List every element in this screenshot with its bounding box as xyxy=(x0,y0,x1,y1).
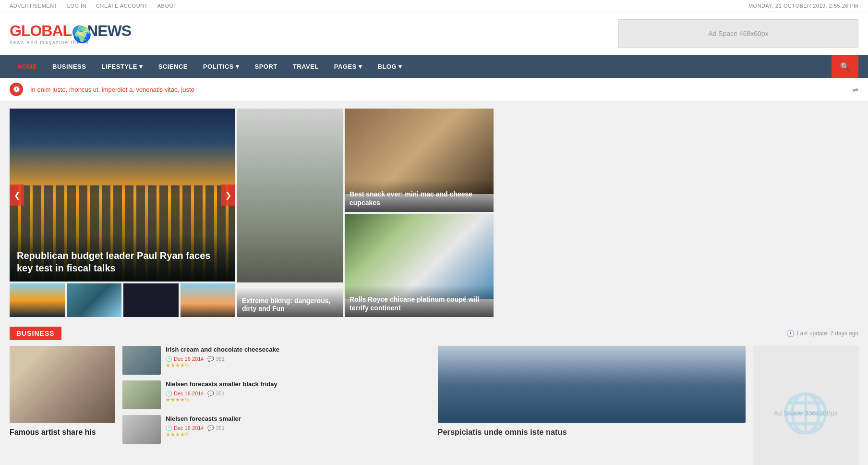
shuffle-icon[interactable]: ⇌ xyxy=(852,85,858,94)
top-bar: ADVERTISEMENT LOG IN CREATE ACCOUNT ABOU… xyxy=(0,0,868,12)
business-item-title-2: Nielsen forecasts smaller black friday xyxy=(166,380,277,389)
ticker-clock-icon: 🕐 xyxy=(10,83,23,96)
main-nav: HOME BUSINESS LIFESTYLE ▾ SCIENCE POLITI… xyxy=(0,55,868,78)
comment-icon-3: 💬 xyxy=(207,425,214,431)
crane-image xyxy=(438,346,746,423)
update-text: Last update: 2 days ago xyxy=(797,330,858,337)
business-main-article[interactable]: Famous artist share his xyxy=(10,346,115,465)
hero-middle[interactable]: Extreme biking: dangerous, dirty and Fun xyxy=(237,109,343,317)
nav-science[interactable]: SCIENCE xyxy=(151,56,195,77)
nav-sport[interactable]: SPORT xyxy=(247,56,285,77)
globe-icon: 🌍 xyxy=(72,25,86,39)
thumb-4[interactable] xyxy=(181,283,236,317)
business-center-image xyxy=(438,346,746,423)
hero-far-right: Best snack ever: mini mac and cheese cup… xyxy=(345,109,494,317)
business-item-stars-1: ★★★★½ xyxy=(166,362,279,368)
business-item-3[interactable]: Nielsen forecasts smaller 🕐 Dec 16 2014 … xyxy=(122,415,431,444)
nav-lifestyle[interactable]: LIFESTYLE ▾ xyxy=(94,56,150,77)
hero-caption: Republican budget leader Paul Ryan faces… xyxy=(10,235,235,281)
business-item-title-1: Irish cream and chocolate cheesecake xyxy=(166,346,279,354)
business-section-header: BUSINESS 🕐 Last update: 2 days ago xyxy=(10,327,858,340)
business-item-1[interactable]: Irish cream and chocolate cheesecake 🕐 D… xyxy=(122,346,431,375)
nav-business[interactable]: BUSINESS xyxy=(45,56,94,77)
snack-article[interactable]: Best snack ever: mini mac and cheese cup… xyxy=(345,109,494,212)
business-center-article[interactable]: Perspiciatis unde omnis iste natus xyxy=(438,346,746,465)
thumb-3[interactable] xyxy=(123,283,179,317)
cyclist-caption: Extreme biking: dangerous, dirty and Fun xyxy=(237,287,343,317)
side-ad-space: 🌐 Ad Space 336x280px xyxy=(753,346,858,465)
business-main-title: Famous artist share his xyxy=(10,428,115,438)
news-ticker: 🕐 In enim justo, rhoncus ut, imperdiet a… xyxy=(0,78,868,101)
business-item-title-3: Nielsen forecasts smaller xyxy=(166,415,241,423)
search-button[interactable]: 🔍 xyxy=(832,55,858,78)
business-center-title: Perspiciatis unde omnis iste natus xyxy=(438,428,746,437)
business-item-date-3: 🕐 Dec 16 2014 xyxy=(166,425,204,431)
hero-section: ❮ ❯ Republican budget leader Paul Ryan f… xyxy=(10,109,858,317)
business-item-thumb-1 xyxy=(122,346,161,375)
business-item-meta-3: 🕐 Dec 16 2014 💬 351 xyxy=(166,425,241,431)
business-item-info-1: Irish cream and chocolate cheesecake 🕐 D… xyxy=(166,346,279,368)
comment-icon-1: 💬 xyxy=(207,356,214,362)
cyclist-image xyxy=(237,109,343,282)
about-link[interactable]: ABOUT xyxy=(157,3,177,9)
business-item-thumb-2 xyxy=(122,380,161,409)
cyclist-title: Extreme biking: dangerous, dirty and Fun xyxy=(242,297,338,312)
logo-global: GLOBAL xyxy=(10,22,72,39)
ticker-text: In enim justo, rhoncus ut, imperdiet a, … xyxy=(30,86,845,93)
search-icon: 🔍 xyxy=(840,62,850,71)
nav-politics[interactable]: POLITICS ▾ xyxy=(195,56,247,77)
create-account-link[interactable]: CREATE ACCOUNT xyxy=(96,3,148,9)
hero-main[interactable]: ❮ ❯ Republican budget leader Paul Ryan f… xyxy=(10,109,235,317)
header: GLOBAL🌍NEWS news and magazine theme Ad S… xyxy=(0,12,868,55)
person-image xyxy=(10,346,115,423)
ad-globe-icon: 🌐 xyxy=(782,391,830,436)
date-icon-1: 🕐 xyxy=(166,356,172,362)
business-item-stars-2: ★★★★½ xyxy=(166,397,277,403)
logo-subtitle: news and magazine theme xyxy=(10,40,131,45)
top-bar-links: ADVERTISEMENT LOG IN CREATE ACCOUNT ABOU… xyxy=(10,3,177,9)
comment-icon-2: 💬 xyxy=(207,391,214,397)
hero-title: Republican budget leader Paul Ryan faces… xyxy=(17,249,228,274)
business-item-info-2: Nielsen forecasts smaller black friday 🕐… xyxy=(166,380,277,403)
section-update: 🕐 Last update: 2 days ago xyxy=(786,330,858,337)
snack-title: Best snack ever: mini mac and cheese cup… xyxy=(350,190,489,207)
date-icon-2: 🕐 xyxy=(166,391,172,397)
hero-prev-button[interactable]: ❮ xyxy=(10,184,24,206)
thumb-2[interactable] xyxy=(67,283,122,317)
business-list: Irish cream and chocolate cheesecake 🕐 D… xyxy=(122,346,431,465)
business-item-comments-3: 💬 351 xyxy=(207,425,224,431)
business-item-stars-3: ★★★★½ xyxy=(166,431,241,438)
datetime: MONDAY, 21 OCTOBER 2019, 2:55:26 PM xyxy=(748,3,858,9)
business-item-2[interactable]: Nielsen forecasts smaller black friday 🕐… xyxy=(122,380,431,409)
nav-pages[interactable]: PAGES ▾ xyxy=(326,56,370,77)
car-caption: Rolls Royce chicane platinum coupé will … xyxy=(345,285,494,317)
header-ad-banner: Ad Space 468x60px xyxy=(618,19,858,48)
business-section-title: BUSINESS xyxy=(10,327,61,340)
business-item-thumb-3 xyxy=(122,415,161,444)
business-item-date-1: 🕐 Dec 16 2014 xyxy=(166,356,204,362)
car-article[interactable]: Rolls Royce chicane platinum coupé will … xyxy=(345,214,494,317)
business-item-meta-2: 🕐 Dec 16 2014 💬 351 xyxy=(166,391,277,397)
hero-thumbnails xyxy=(10,283,235,317)
business-item-comments-1: 💬 351 xyxy=(207,356,224,362)
date-icon-3: 🕐 xyxy=(166,425,172,431)
business-item-meta-1: 🕐 Dec 16 2014 💬 351 xyxy=(166,356,279,362)
update-clock-icon: 🕐 xyxy=(786,330,795,337)
business-item-info-3: Nielsen forecasts smaller 🕐 Dec 16 2014 … xyxy=(166,415,241,438)
business-grid: Famous artist share his Irish cream and … xyxy=(10,346,858,465)
advertisement-link[interactable]: ADVERTISEMENT xyxy=(10,3,58,9)
logo-news: NEWS xyxy=(87,22,131,39)
main-content: ❮ ❯ Republican budget leader Paul Ryan f… xyxy=(0,101,868,465)
business-item-comments-2: 💬 351 xyxy=(207,391,224,397)
car-title: Rolls Royce chicane platinum coupé will … xyxy=(350,295,489,312)
login-link[interactable]: LOG IN xyxy=(67,3,86,9)
business-item-date-2: 🕐 Dec 16 2014 xyxy=(166,391,204,397)
thumb-1[interactable] xyxy=(10,283,65,317)
snack-caption: Best snack ever: mini mac and cheese cup… xyxy=(345,180,494,212)
nav-travel[interactable]: TRAVEL xyxy=(285,56,326,77)
hero-next-button[interactable]: ❯ xyxy=(221,184,235,206)
nav-blog[interactable]: BLOG ▾ xyxy=(370,56,410,77)
business-main-image xyxy=(10,346,115,423)
nav-home[interactable]: HOME xyxy=(10,56,45,77)
logo[interactable]: GLOBAL🌍NEWS news and magazine theme xyxy=(10,22,131,45)
